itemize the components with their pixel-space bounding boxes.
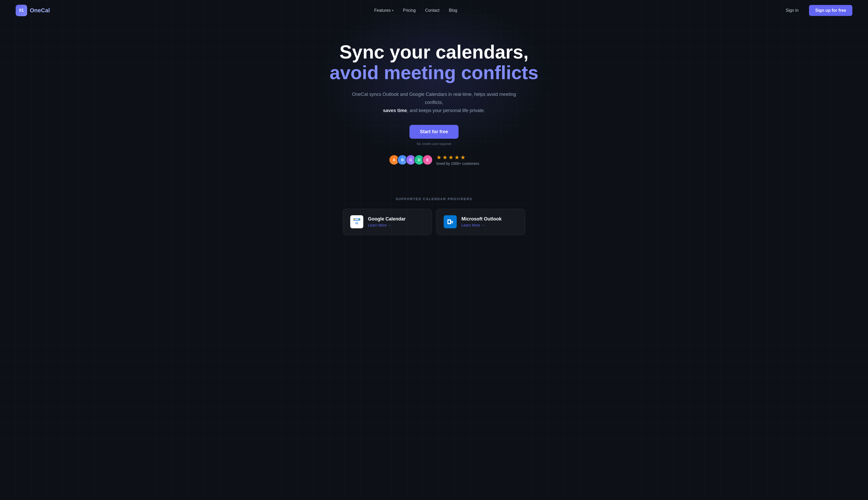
hero-title-line1: Sync your calendars, — [322, 42, 546, 62]
hero-subtitle: OneCal syncs Outlook and Google Calendar… — [348, 90, 520, 114]
providers-section: SUPPORTED CALENDAR PROVIDERS 31 — [0, 181, 868, 245]
social-proof: A B C D E ★ ★ ★ ★ ★ loved by 1000+ custo… — [322, 154, 546, 166]
google-calendar-link[interactable]: Learn More → — [368, 223, 391, 227]
signin-button[interactable]: Sign in — [782, 6, 803, 15]
microsoft-outlook-name: Microsoft Outlook — [461, 216, 502, 222]
nav-pricing[interactable]: Pricing — [403, 8, 416, 13]
star-icon: ★ — [436, 154, 442, 161]
providers-label: SUPPORTED CALENDAR PROVIDERS — [5, 197, 863, 201]
rating-section: ★ ★ ★ ★ ★ loved by 1000+ customers — [436, 154, 479, 166]
star-icon: ★ — [442, 154, 448, 161]
google-calendar-info: Google Calendar Learn More → — [368, 216, 406, 228]
svg-text:O: O — [451, 221, 453, 224]
nav-features[interactable]: Features ▾ — [374, 8, 394, 13]
logo-text: OneCal — [30, 7, 50, 14]
start-for-free-button[interactable]: Start for free — [409, 125, 459, 139]
logo[interactable]: 01 OneCal — [16, 5, 50, 16]
rating-text: loved by 1000+ customers — [436, 161, 479, 166]
avatar: E — [422, 155, 433, 165]
google-calendar-icon: 31 — [350, 215, 363, 228]
microsoft-outlook-info: Microsoft Outlook Learn More → — [461, 216, 502, 228]
microsoft-outlook-icon: O — [444, 215, 457, 228]
navbar: 01 OneCal Features ▾ Pricing Contact Blo… — [0, 0, 868, 21]
nav-blog[interactable]: Blog — [449, 8, 457, 13]
nav-contact[interactable]: Contact — [425, 8, 439, 13]
hero-title: Sync your calendars, avoid meeting confl… — [322, 42, 546, 83]
svg-rect-1 — [353, 220, 360, 221]
microsoft-outlook-card[interactable]: O Microsoft Outlook Learn More → — [436, 209, 525, 235]
microsoft-outlook-link[interactable]: Learn More → — [461, 223, 485, 227]
hero-section: Sync your calendars, avoid meeting confl… — [317, 21, 551, 181]
logo-icon: 01 — [16, 5, 27, 16]
chevron-down-icon: ▾ — [392, 9, 394, 12]
google-calendar-name: Google Calendar — [368, 216, 406, 222]
nav-links: Features ▾ Pricing Contact Blog — [374, 8, 457, 13]
hero-subtitle-bold: saves time — [383, 108, 407, 113]
google-calendar-card[interactable]: 31 Google Calendar Learn More → — [343, 209, 432, 235]
svg-text:31: 31 — [355, 221, 358, 225]
star-icon: ★ — [460, 154, 466, 161]
star-icon: ★ — [448, 154, 454, 161]
avatars-group: A B C D E — [389, 155, 433, 165]
nav-actions: Sign in Sign up for free — [782, 5, 852, 16]
star-icon: ★ — [454, 154, 460, 161]
no-credit-card-text: No credit card required — [322, 142, 546, 146]
svg-rect-11 — [448, 220, 450, 223]
star-rating: ★ ★ ★ ★ ★ — [436, 154, 466, 161]
signup-button[interactable]: Sign up for free — [809, 5, 852, 16]
providers-grid: 31 Google Calendar Learn More → — [343, 209, 525, 235]
hero-title-line2: avoid meeting conflicts — [322, 62, 546, 83]
